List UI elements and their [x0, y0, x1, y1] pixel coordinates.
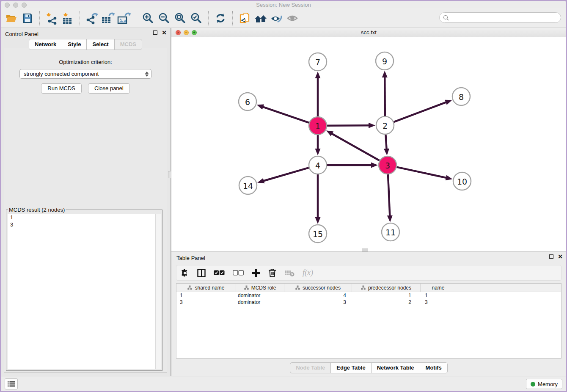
graph-edge[interactable] [388, 174, 390, 217]
maximize-window-icon[interactable] [22, 3, 27, 8]
graph-edge[interactable] [385, 76, 385, 116]
column-header-mcds-role[interactable]: MCDS role [236, 284, 284, 292]
network-window-titlebar[interactable]: × − + scc.txt [171, 28, 566, 37]
network-close-icon[interactable]: × [176, 30, 181, 35]
tab-style[interactable]: Style [62, 39, 87, 50]
graph-edge-arrowhead [387, 215, 393, 222]
deselect-all-icon[interactable] [233, 270, 244, 276]
graph-edge[interactable] [262, 168, 309, 181]
search-field[interactable] [439, 12, 561, 23]
refresh-icon[interactable] [212, 11, 228, 25]
search-icon [443, 15, 449, 21]
horizontal-splitter-handle[interactable] [362, 248, 368, 251]
network-minimize-icon[interactable]: − [184, 30, 189, 35]
zoom-in-icon[interactable] [140, 11, 156, 25]
select-all-icon[interactable] [214, 270, 225, 276]
column-header-shared-name[interactable]: shared name [176, 284, 236, 292]
graph-node-label: 11 [385, 228, 396, 237]
run-mcds-button[interactable]: Run MCDS [41, 83, 82, 94]
memory-button[interactable]: Memory [526, 379, 562, 389]
close-panel-button[interactable]: Close panel [88, 83, 130, 94]
vertical-splitter-handle[interactable] [168, 171, 171, 178]
table-panel-tabs: Node Table Edge Table Network Table Moti… [171, 362, 566, 373]
graph-edge[interactable] [330, 133, 379, 160]
graph-node-label: 3 [385, 161, 390, 170]
mcds-result-box[interactable]: 1 3 [8, 214, 161, 369]
tab-select[interactable]: Select [86, 39, 114, 50]
tab-motifs[interactable]: Motifs [420, 362, 448, 373]
network-graph: 7968124314101511 [171, 37, 566, 251]
add-column-icon[interactable] [252, 269, 260, 277]
export-network-icon[interactable] [84, 11, 100, 25]
close-panel-icon[interactable]: ✕ [162, 30, 167, 35]
graph-edge[interactable] [327, 125, 370, 126]
window-controls [5, 3, 27, 8]
graph-edge[interactable] [397, 167, 448, 178]
float-panel-icon[interactable] [153, 30, 157, 35]
column-header-successor-nodes[interactable]: successor nodes [284, 284, 352, 292]
show-icon[interactable] [285, 11, 301, 25]
toolbar-separator [232, 11, 233, 25]
export-image-icon[interactable] [116, 11, 132, 25]
cell-successor-nodes: 3 [284, 299, 352, 305]
table-row[interactable]: 1 dominator 4 1 1 [176, 292, 561, 299]
zoom-fit-icon[interactable] [172, 11, 188, 25]
clone-network-icon[interactable] [237, 11, 253, 25]
function-builder-icon[interactable]: f(x) [303, 268, 313, 277]
tab-edge-table[interactable]: Edge Table [330, 362, 371, 373]
delete-column-icon[interactable] [268, 268, 276, 277]
delete-table-icon[interactable] [284, 269, 295, 277]
graph-node-label: 7 [315, 58, 320, 67]
graph-edge-arrowhead [445, 100, 452, 105]
export-table-icon[interactable] [100, 11, 116, 25]
graph-node-label: 1 [315, 121, 320, 131]
save-icon[interactable] [19, 11, 36, 25]
home-network-icon[interactable] [253, 11, 269, 25]
table-header-row: shared name MCDS role successor nodes pr… [176, 284, 561, 292]
cell-successor-nodes: 4 [284, 293, 352, 298]
optimization-criterion-select[interactable]: strongly connected component [19, 69, 151, 79]
table-toolbar: f(x) [176, 265, 561, 281]
graph-edge[interactable] [261, 106, 309, 122]
column-header-name[interactable]: name [421, 284, 456, 292]
tab-network[interactable]: Network [29, 39, 62, 50]
graph-edge[interactable] [394, 102, 448, 122]
column-header-predecessor-nodes[interactable]: predecessor nodes [352, 284, 421, 292]
table-settings-gear-icon[interactable] [181, 269, 189, 277]
task-history-button[interactable] [5, 378, 18, 389]
zoom-selected-icon[interactable] [188, 11, 204, 25]
cell-name: 1 [421, 293, 456, 298]
status-bar: Memory [1, 376, 566, 391]
network-canvas[interactable]: 7968124314101511 [171, 37, 566, 251]
graph-node-label: 2 [383, 121, 388, 130]
search-input[interactable] [451, 14, 561, 21]
close-window-icon[interactable] [5, 3, 10, 8]
tab-node-table[interactable]: Node Table [290, 362, 331, 373]
hide-icon[interactable] [269, 11, 285, 25]
toolbar-separator [80, 11, 80, 25]
control-panel: Control Panel ✕ Network Style Select MCD… [1, 28, 171, 376]
show-columns-icon[interactable] [197, 269, 206, 277]
tab-network-table[interactable]: Network Table [371, 362, 420, 373]
graph-node-label: 8 [459, 92, 464, 102]
float-table-panel-icon[interactable] [549, 254, 553, 259]
memory-label: Memory [538, 381, 558, 387]
result-scrollbar[interactable] [155, 214, 161, 369]
network-maximize-icon[interactable]: + [192, 30, 197, 35]
main-toolbar [1, 8, 566, 28]
zoom-out-icon[interactable] [156, 11, 172, 25]
control-panel-tabs: Network Style Select MCDS [1, 39, 170, 50]
table-row[interactable]: 3 dominator 3 2 3 [176, 299, 561, 306]
import-network-icon[interactable] [44, 11, 60, 25]
graph-edge[interactable] [385, 135, 386, 150]
minimize-window-icon[interactable] [13, 3, 18, 8]
cell-predecessor-nodes: 2 [352, 299, 421, 305]
close-table-panel-icon[interactable]: ✕ [558, 254, 563, 259]
column-type-icon [244, 285, 249, 290]
graph-node-label: 6 [245, 97, 250, 107]
graph-node-label: 10 [457, 177, 467, 186]
open-folder-icon[interactable] [3, 11, 19, 25]
import-table-icon[interactable] [60, 11, 76, 25]
graph-edge-arrowhead [315, 72, 321, 78]
tab-mcds[interactable]: MCDS [114, 39, 142, 50]
